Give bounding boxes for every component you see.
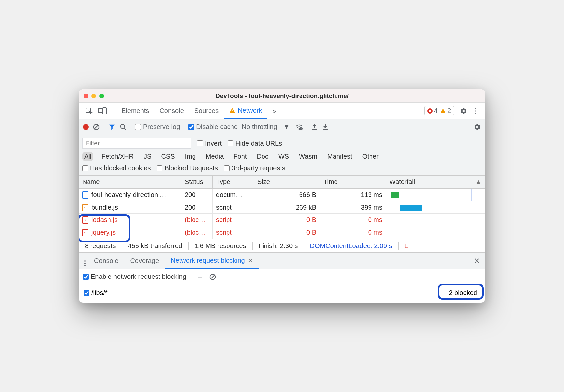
sort-arrow-icon: ▲ xyxy=(475,178,482,186)
cell-waterfall xyxy=(386,226,485,239)
svg-point-11 xyxy=(299,128,300,129)
table-header: Name Status Type Size Time Waterfall ▲ xyxy=(79,176,485,189)
network-conditions-icon[interactable] xyxy=(295,124,303,130)
drawer-tab-console[interactable]: Console xyxy=(88,253,124,269)
svg-line-8 xyxy=(94,125,99,129)
file-name: foul-heavenly-direction.… xyxy=(91,191,166,199)
warning-icon xyxy=(440,108,446,114)
type-ws[interactable]: WS xyxy=(276,152,291,161)
table-row[interactable]: foul-heavenly-direction.… 200 docum… 666… xyxy=(79,189,485,201)
summary-transferred: 455 kB transferred xyxy=(122,242,189,250)
tab-sources[interactable]: Sources xyxy=(189,103,224,119)
summary-dcl: DOMContentLoaded: 2.09 s xyxy=(304,242,399,250)
cell-name: ‹› bundle.js xyxy=(79,201,181,214)
cell-type: script xyxy=(213,226,254,239)
tab-divider xyxy=(113,106,113,115)
cell-status: 200 xyxy=(181,201,213,214)
type-font[interactable]: Font xyxy=(231,152,249,161)
hide-data-urls-checkbox[interactable]: Hide data URLs xyxy=(228,140,282,147)
tab-console[interactable]: Console xyxy=(154,103,189,119)
summary-resources: 1.6 MB resources xyxy=(189,242,253,250)
type-other[interactable]: Other xyxy=(360,152,381,161)
file-name: lodash.js xyxy=(91,216,118,224)
filter-bar: Invert Hide data URLs All Fetch/XHR JS C… xyxy=(79,135,485,176)
col-waterfall[interactable]: Waterfall ▲ xyxy=(386,176,485,189)
preserve-log-checkbox[interactable]: Preserve log xyxy=(135,123,180,131)
col-type[interactable]: Type xyxy=(213,176,254,189)
error-icon: ✕ xyxy=(427,108,433,114)
enable-blocking-checkbox[interactable]: Enable network request blocking xyxy=(83,273,186,280)
close-drawer-icon[interactable]: ✕ xyxy=(471,257,482,265)
col-name[interactable]: Name xyxy=(79,176,181,189)
table-row[interactable]: ‹› lodash.js (bloc… script 0 B 0 ms xyxy=(79,214,485,226)
record-button[interactable] xyxy=(83,124,89,130)
search-icon[interactable] xyxy=(120,123,127,131)
tabs-overflow[interactable]: » xyxy=(267,103,282,119)
download-har-icon[interactable] xyxy=(322,123,329,131)
clear-button[interactable] xyxy=(93,123,100,131)
type-img[interactable]: Img xyxy=(183,152,198,161)
inspect-element-icon[interactable] xyxy=(82,105,95,117)
add-pattern-icon[interactable]: ＋ xyxy=(196,271,204,282)
drawer-tab-blocking[interactable]: Network request blocking ✕ xyxy=(165,253,259,269)
invert-checkbox[interactable]: Invert xyxy=(197,140,222,147)
third-party-checkbox[interactable]: 3rd-party requests xyxy=(224,164,285,172)
svg-line-10 xyxy=(124,128,126,130)
type-manifest[interactable]: Manifest xyxy=(325,152,354,161)
cell-status: 200 xyxy=(181,189,213,201)
pattern-text: /libs/* xyxy=(91,289,108,297)
issue-counts[interactable]: ✕ 4 2 xyxy=(424,106,454,115)
drawer-tab-coverage[interactable]: Coverage xyxy=(124,253,165,269)
cell-size: 666 B xyxy=(254,189,320,201)
type-media[interactable]: Media xyxy=(204,152,226,161)
devtools-window: DevTools - foul-heavenly-direction.glitc… xyxy=(79,89,485,303)
cell-waterfall xyxy=(386,201,485,214)
table-row[interactable]: ‹› bundle.js 200 script 269 kB 399 ms xyxy=(79,201,485,214)
cell-type: script xyxy=(213,201,254,214)
type-wasm[interactable]: Wasm xyxy=(297,152,319,161)
cell-size: 269 kB xyxy=(254,201,320,214)
type-doc[interactable]: Doc xyxy=(255,152,270,161)
svg-line-16 xyxy=(211,275,215,279)
cell-status: (bloc… xyxy=(181,226,213,239)
cell-time: 399 ms xyxy=(320,201,386,214)
svg-rect-3 xyxy=(232,109,233,111)
remove-all-patterns-icon[interactable] xyxy=(209,273,216,280)
type-all[interactable]: All xyxy=(82,152,93,161)
type-fetch[interactable]: Fetch/XHR xyxy=(99,152,136,161)
cell-time: 0 ms xyxy=(320,226,386,239)
device-toolbar-icon[interactable] xyxy=(95,105,109,116)
has-blocked-cookies-checkbox[interactable]: Has blocked cookies xyxy=(82,164,151,172)
table-row[interactable]: ‹› jquery.js (bloc… script 0 B 0 ms xyxy=(79,226,485,239)
more-menu-icon[interactable] xyxy=(470,106,482,116)
filter-input[interactable] xyxy=(82,138,191,149)
type-js[interactable]: JS xyxy=(142,152,153,161)
file-icon xyxy=(82,191,88,199)
close-tab-icon[interactable]: ✕ xyxy=(248,257,253,264)
titlebar: DevTools - foul-heavenly-direction.glitc… xyxy=(79,89,485,103)
upload-har-icon[interactable] xyxy=(311,123,318,131)
pattern-checkbox[interactable]: /libs/* xyxy=(84,289,108,297)
col-time[interactable]: Time xyxy=(320,176,386,189)
col-status[interactable]: Status xyxy=(181,176,213,189)
settings-icon[interactable] xyxy=(457,105,470,116)
cell-waterfall xyxy=(386,189,485,201)
summary-bar: 8 requests 455 kB transferred 1.6 MB res… xyxy=(79,239,485,253)
cell-type: script xyxy=(213,214,254,226)
filter-toggle-icon[interactable] xyxy=(108,123,116,131)
disable-cache-checkbox[interactable]: Disable cache xyxy=(188,123,238,131)
drawer-menu-icon[interactable] xyxy=(82,256,88,266)
col-size[interactable]: Size xyxy=(254,176,320,189)
cell-type: docum… xyxy=(213,189,254,201)
blocking-pattern-row[interactable]: /libs/* 2 blocked xyxy=(79,284,485,303)
tab-elements[interactable]: Elements xyxy=(116,103,154,119)
cell-waterfall xyxy=(386,214,485,226)
throttling-select[interactable]: No throttling ▼ xyxy=(242,123,291,131)
tab-network[interactable]: Network xyxy=(224,103,267,119)
chevron-down-icon: ▼ xyxy=(283,123,290,131)
blocked-requests-checkbox[interactable]: Blocked Requests xyxy=(157,164,218,172)
cell-size: 0 B xyxy=(254,226,320,239)
type-css[interactable]: CSS xyxy=(159,152,177,161)
warning-icon xyxy=(229,107,236,114)
network-settings-icon[interactable] xyxy=(474,123,481,131)
